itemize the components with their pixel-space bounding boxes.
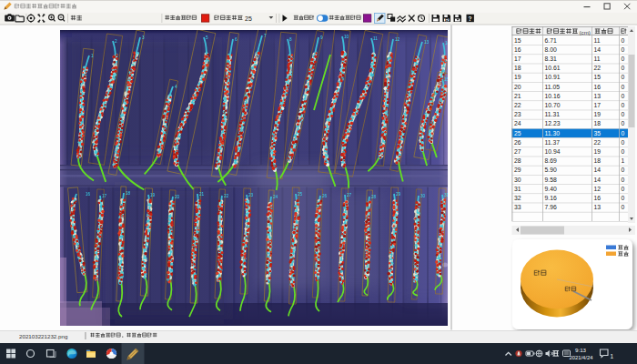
svg-text:24: 24	[273, 195, 278, 199]
svg-text:14: 14	[594, 167, 602, 173]
svg-text:11: 11	[373, 36, 378, 41]
svg-text:25: 25	[514, 130, 521, 136]
svg-text:32: 32	[514, 195, 521, 201]
svg-text:26: 26	[322, 194, 328, 198]
svg-text:11.30: 11.30	[545, 130, 561, 136]
svg-text:22: 22	[514, 102, 521, 108]
svg-text:7: 7	[264, 34, 267, 38]
svg-text:0: 0	[622, 186, 625, 192]
svg-text:33: 33	[514, 204, 521, 210]
svg-text:11.37: 11.37	[545, 139, 561, 146]
svg-text:2021/4/24: 2021/4/24	[570, 355, 594, 360]
svg-text:8.00: 8.00	[545, 46, 557, 53]
svg-text:0: 0	[622, 139, 625, 146]
svg-text:11.05: 11.05	[545, 84, 561, 90]
svg-text:27: 27	[347, 193, 352, 197]
svg-text:12.23: 12.23	[545, 120, 561, 126]
svg-text:8.31: 8.31	[545, 56, 557, 62]
svg-text:25: 25	[245, 15, 252, 22]
svg-text:1: 1	[611, 353, 614, 359]
svg-text:9.58: 9.58	[545, 177, 557, 183]
svg-text:0: 0	[622, 130, 625, 136]
svg-text:9.16: 9.16	[545, 195, 557, 201]
svg-text:11: 11	[594, 56, 601, 62]
svg-text:19: 19	[150, 193, 156, 197]
svg-text:13: 13	[594, 93, 602, 99]
svg-text:20: 20	[514, 84, 521, 90]
svg-text:21: 21	[199, 192, 205, 197]
svg-text:0: 0	[622, 65, 625, 71]
svg-text:6.71: 6.71	[545, 37, 557, 44]
svg-text:17: 17	[102, 194, 107, 198]
svg-text:0: 0	[622, 177, 625, 183]
svg-text:202103221232.png: 202103221232.png	[19, 333, 68, 339]
svg-text:10: 10	[344, 35, 349, 39]
svg-text:R: R	[445, 17, 449, 23]
svg-text:16: 16	[594, 84, 602, 90]
svg-text:7.96: 7.96	[545, 204, 557, 210]
svg-text:10.16: 10.16	[545, 93, 561, 99]
svg-text:1: 1	[91, 54, 94, 58]
svg-text:18: 18	[594, 157, 602, 164]
svg-text:17: 17	[594, 102, 602, 108]
svg-text:18: 18	[126, 191, 131, 196]
svg-text:5: 5	[206, 35, 208, 40]
svg-text:28: 28	[371, 195, 377, 199]
svg-text:16: 16	[514, 46, 521, 53]
svg-text:0: 0	[622, 204, 625, 210]
svg-text:11.31: 11.31	[545, 111, 561, 117]
svg-text:0: 0	[622, 37, 625, 44]
svg-text:0: 0	[622, 167, 625, 173]
svg-text:4: 4	[175, 85, 177, 89]
svg-text:11: 11	[594, 37, 601, 44]
svg-text:22: 22	[594, 65, 602, 71]
svg-text:35: 35	[594, 130, 602, 136]
svg-text:30: 30	[514, 177, 521, 183]
svg-text:13: 13	[424, 40, 430, 45]
svg-text:0: 0	[622, 111, 625, 117]
svg-text:18: 18	[514, 65, 521, 71]
svg-text:8: 8	[289, 37, 292, 42]
svg-text:18: 18	[594, 120, 602, 126]
svg-text:10.61: 10.61	[545, 65, 561, 71]
svg-text:31: 31	[514, 186, 521, 192]
svg-text:21: 21	[514, 93, 521, 99]
svg-text:0: 0	[622, 195, 625, 201]
svg-text:24: 24	[514, 120, 521, 126]
svg-text:10.94: 10.94	[545, 148, 561, 155]
svg-text:10.70: 10.70	[545, 102, 561, 108]
svg-text:9: 9	[320, 35, 323, 40]
svg-text:0: 0	[622, 46, 625, 53]
svg-text:0: 0	[622, 84, 625, 90]
svg-text:23: 23	[248, 193, 254, 197]
svg-text:12: 12	[395, 37, 400, 42]
svg-text:17: 17	[514, 56, 521, 62]
svg-text:12: 12	[594, 186, 602, 192]
svg-text:10.91: 10.91	[545, 74, 561, 80]
svg-text:29: 29	[396, 192, 401, 197]
svg-text:3: 3	[142, 35, 145, 40]
svg-text:14: 14	[594, 46, 602, 53]
svg-text:0: 0	[622, 93, 625, 99]
svg-text:25: 25	[298, 192, 303, 197]
svg-text:16: 16	[594, 195, 602, 201]
svg-text:6: 6	[235, 37, 238, 42]
svg-text:30: 30	[420, 194, 426, 198]
svg-text:20: 20	[175, 195, 180, 199]
svg-text:15: 15	[594, 74, 602, 80]
svg-text:29: 29	[514, 167, 521, 173]
svg-text:22: 22	[594, 139, 602, 146]
svg-text:9.40: 9.40	[545, 186, 557, 192]
svg-text:19: 19	[514, 74, 521, 80]
svg-text:?: ?	[469, 15, 472, 22]
svg-text:19: 19	[594, 148, 602, 155]
svg-text:19: 19	[594, 111, 602, 117]
svg-text:8.69: 8.69	[545, 157, 557, 164]
svg-text:28: 28	[514, 157, 521, 164]
svg-text:(cm): (cm)	[580, 29, 591, 35]
svg-text:27: 27	[514, 148, 521, 155]
svg-text:22: 22	[224, 194, 229, 198]
svg-text:0: 0	[622, 120, 625, 126]
svg-text:15: 15	[514, 37, 521, 44]
svg-text:0: 0	[622, 102, 625, 108]
